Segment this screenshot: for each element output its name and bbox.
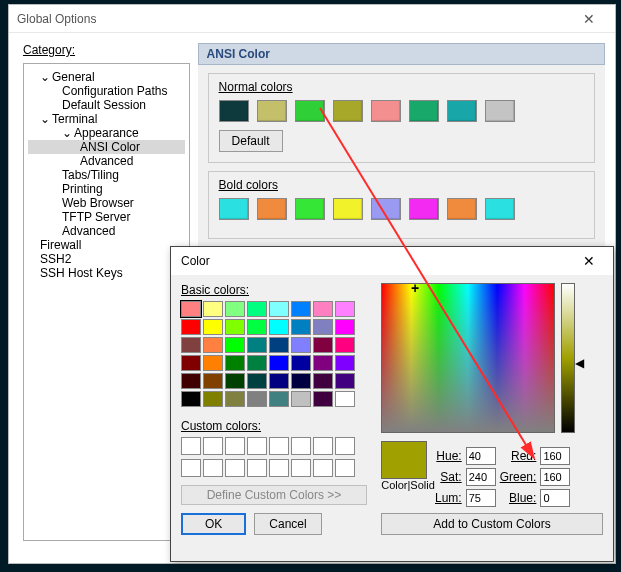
basic-color-cell[interactable] xyxy=(181,337,201,353)
tree-item[interactable]: Firewall xyxy=(28,238,185,252)
tree-item[interactable]: Tabs/Tiling xyxy=(28,168,185,182)
basic-color-cell[interactable] xyxy=(181,301,201,317)
basic-color-cell[interactable] xyxy=(269,373,289,389)
basic-color-cell[interactable] xyxy=(247,373,267,389)
custom-color-cell[interactable] xyxy=(181,437,201,455)
color-swatch[interactable] xyxy=(447,100,477,122)
basic-color-cell[interactable] xyxy=(247,355,267,371)
hue-input[interactable] xyxy=(466,447,496,465)
cancel-button[interactable]: Cancel xyxy=(254,513,321,535)
sat-input[interactable] xyxy=(466,468,496,486)
basic-color-cell[interactable] xyxy=(313,319,333,335)
color-swatch[interactable] xyxy=(219,198,249,220)
tree-item[interactable]: SSH2 xyxy=(28,252,185,266)
custom-color-cell[interactable] xyxy=(291,437,311,455)
basic-color-cell[interactable] xyxy=(203,319,223,335)
dialog-close-button[interactable]: ✕ xyxy=(575,251,603,271)
tree-item[interactable]: Configuration Paths xyxy=(28,84,185,98)
color-swatch[interactable] xyxy=(371,198,401,220)
basic-colors-grid[interactable] xyxy=(181,301,371,407)
basic-color-cell[interactable] xyxy=(225,337,245,353)
tree-item[interactable]: Advanced xyxy=(28,224,185,238)
color-swatch[interactable] xyxy=(295,100,325,122)
basic-color-cell[interactable] xyxy=(225,391,245,407)
color-swatch[interactable] xyxy=(219,100,249,122)
custom-color-cell[interactable] xyxy=(203,459,223,477)
basic-color-cell[interactable] xyxy=(291,319,311,335)
category-tree[interactable]: ⌄GeneralConfiguration PathsDefault Sessi… xyxy=(23,63,190,541)
basic-color-cell[interactable] xyxy=(247,391,267,407)
basic-color-cell[interactable] xyxy=(247,301,267,317)
basic-color-cell[interactable] xyxy=(181,355,201,371)
color-swatch[interactable] xyxy=(257,198,287,220)
basic-color-cell[interactable] xyxy=(247,319,267,335)
basic-color-cell[interactable] xyxy=(181,391,201,407)
window-close-button[interactable]: ✕ xyxy=(571,7,607,31)
tree-item[interactable]: Printing xyxy=(28,182,185,196)
basic-color-cell[interactable] xyxy=(181,373,201,389)
basic-color-cell[interactable] xyxy=(203,355,223,371)
basic-color-cell[interactable] xyxy=(181,319,201,335)
basic-color-cell[interactable] xyxy=(335,373,355,389)
custom-color-cell[interactable] xyxy=(335,437,355,455)
basic-color-cell[interactable] xyxy=(225,355,245,371)
basic-color-cell[interactable] xyxy=(291,373,311,389)
custom-color-cell[interactable] xyxy=(181,459,201,477)
color-swatch[interactable] xyxy=(333,100,363,122)
tree-item[interactable]: TFTP Server xyxy=(28,210,185,224)
basic-color-cell[interactable] xyxy=(269,355,289,371)
tree-item[interactable]: Advanced xyxy=(28,154,185,168)
basic-color-cell[interactable] xyxy=(335,391,355,407)
basic-color-cell[interactable] xyxy=(313,391,333,407)
tree-item[interactable]: ⌄General xyxy=(28,70,185,84)
basic-color-cell[interactable] xyxy=(313,373,333,389)
basic-color-cell[interactable] xyxy=(203,391,223,407)
custom-color-cell[interactable] xyxy=(335,459,355,477)
color-swatch[interactable] xyxy=(295,198,325,220)
custom-color-cell[interactable] xyxy=(269,437,289,455)
basic-color-cell[interactable] xyxy=(335,301,355,317)
lum-input[interactable] xyxy=(466,489,496,507)
tree-item[interactable]: ANSI Color xyxy=(28,140,185,154)
basic-color-cell[interactable] xyxy=(291,337,311,353)
color-swatch[interactable] xyxy=(257,100,287,122)
green-input[interactable] xyxy=(540,468,570,486)
color-swatch[interactable] xyxy=(409,198,439,220)
basic-color-cell[interactable] xyxy=(247,337,267,353)
basic-color-cell[interactable] xyxy=(335,337,355,353)
color-swatch[interactable] xyxy=(333,198,363,220)
tree-item[interactable]: Web Browser xyxy=(28,196,185,210)
basic-color-cell[interactable] xyxy=(291,301,311,317)
blue-input[interactable] xyxy=(540,489,570,507)
color-swatch[interactable] xyxy=(485,198,515,220)
custom-color-cell[interactable] xyxy=(225,459,245,477)
basic-color-cell[interactable] xyxy=(269,319,289,335)
color-swatch[interactable] xyxy=(447,198,477,220)
add-to-custom-button[interactable]: Add to Custom Colors xyxy=(381,513,603,535)
basic-color-cell[interactable] xyxy=(203,301,223,317)
basic-color-cell[interactable] xyxy=(269,301,289,317)
basic-color-cell[interactable] xyxy=(335,319,355,335)
tree-item[interactable]: ⌄Appearance xyxy=(28,126,185,140)
basic-color-cell[interactable] xyxy=(203,373,223,389)
basic-color-cell[interactable] xyxy=(313,301,333,317)
custom-color-cell[interactable] xyxy=(247,459,267,477)
custom-color-cell[interactable] xyxy=(291,459,311,477)
color-swatch[interactable] xyxy=(409,100,439,122)
basic-color-cell[interactable] xyxy=(313,337,333,353)
red-input[interactable] xyxy=(540,447,570,465)
luminance-slider[interactable]: ◀ xyxy=(561,283,575,433)
color-gradient-picker[interactable]: + xyxy=(381,283,555,433)
custom-colors-grid[interactable] xyxy=(181,437,371,455)
basic-color-cell[interactable] xyxy=(269,337,289,353)
ok-button[interactable]: OK xyxy=(181,513,246,535)
basic-color-cell[interactable] xyxy=(313,355,333,371)
basic-color-cell[interactable] xyxy=(203,337,223,353)
tree-item[interactable]: ⌄Terminal xyxy=(28,112,185,126)
color-swatch[interactable] xyxy=(371,100,401,122)
custom-color-cell[interactable] xyxy=(247,437,267,455)
basic-color-cell[interactable] xyxy=(225,301,245,317)
basic-color-cell[interactable] xyxy=(291,391,311,407)
custom-colors-grid-2[interactable] xyxy=(181,459,371,477)
basic-color-cell[interactable] xyxy=(225,373,245,389)
